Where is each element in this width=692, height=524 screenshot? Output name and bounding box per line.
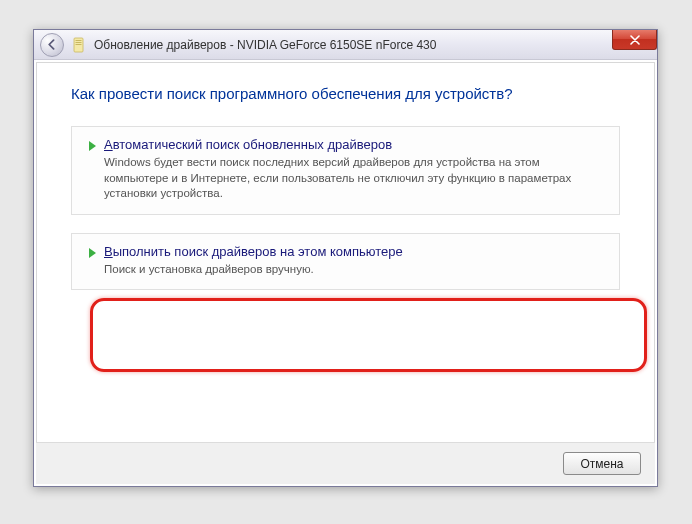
option-arrow-icon bbox=[86, 137, 104, 202]
option-desc: Windows будет вести поиск последних верс… bbox=[104, 155, 605, 202]
close-icon bbox=[630, 35, 640, 45]
back-arrow-icon bbox=[47, 39, 58, 50]
option-text: Выполнить поиск драйверов на этом компью… bbox=[104, 244, 605, 278]
content-wrapper: Как провести поиск программного обеспече… bbox=[34, 60, 657, 486]
option-browse-computer[interactable]: Выполнить поиск драйверов на этом компью… bbox=[71, 233, 620, 291]
page-heading: Как провести поиск программного обеспече… bbox=[71, 85, 620, 102]
close-button[interactable] bbox=[612, 30, 657, 50]
dialog-window: Обновление драйверов - NVIDIA GeForce 61… bbox=[33, 29, 658, 487]
svg-rect-3 bbox=[76, 44, 82, 45]
svg-rect-2 bbox=[76, 42, 82, 43]
back-button[interactable] bbox=[40, 33, 64, 57]
cancel-button[interactable]: Отмена bbox=[563, 452, 641, 475]
device-icon bbox=[72, 37, 88, 53]
option-arrow-icon bbox=[86, 244, 104, 278]
option-text: Автоматический поиск обновленных драйвер… bbox=[104, 137, 605, 202]
content-pane: Как провести поиск программного обеспече… bbox=[36, 62, 655, 484]
window-title: Обновление драйверов - NVIDIA GeForce 61… bbox=[94, 38, 436, 52]
svg-rect-1 bbox=[76, 40, 82, 41]
option-title: Автоматический поиск обновленных драйвер… bbox=[104, 137, 605, 152]
option-auto-search[interactable]: Автоматический поиск обновленных драйвер… bbox=[71, 126, 620, 215]
footer-bar: Отмена bbox=[36, 442, 655, 484]
titlebar: Обновление драйверов - NVIDIA GeForce 61… bbox=[34, 30, 657, 60]
option-desc: Поиск и установка драйверов вручную. bbox=[104, 262, 605, 278]
option-title: Выполнить поиск драйверов на этом компью… bbox=[104, 244, 605, 259]
